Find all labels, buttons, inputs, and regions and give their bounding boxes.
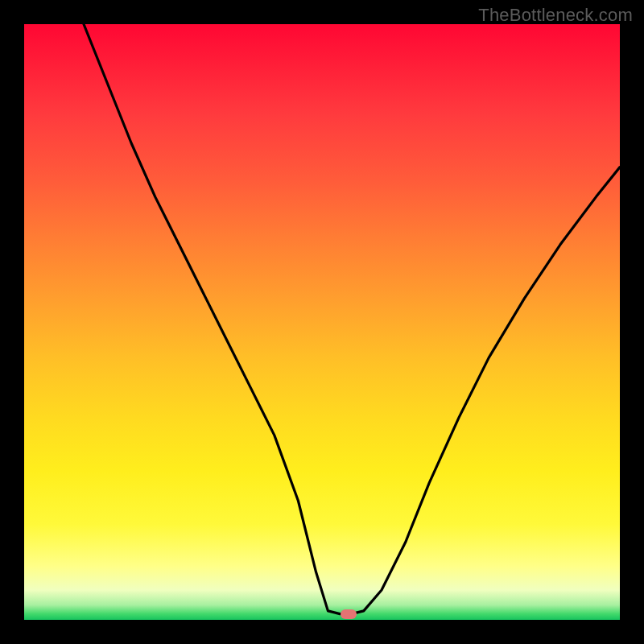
chart-frame: TheBottleneck.com [0,0,644,644]
plot-area [24,24,620,620]
bottleneck-curve [24,24,620,620]
watermark-text: TheBottleneck.com [478,5,633,26]
bottleneck-marker [341,609,357,619]
